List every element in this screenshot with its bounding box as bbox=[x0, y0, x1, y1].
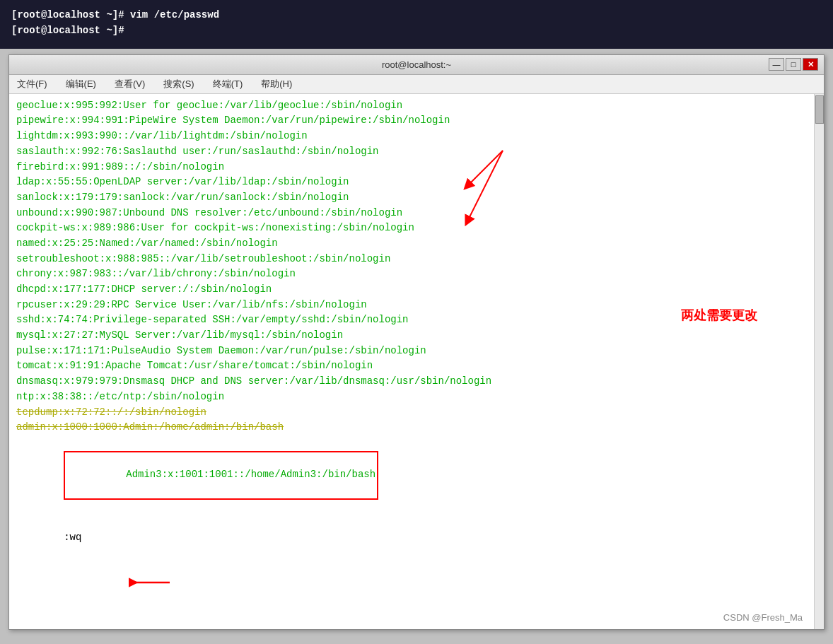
line-ldap: ldap:x:55:55:OpenLDAP server:/var/lib/ld… bbox=[16, 175, 807, 190]
titlebar: root@localhost:~ — □ ✕ bbox=[9, 55, 824, 75]
minimize-button[interactable]: — bbox=[769, 58, 784, 71]
terminal-body: geoclue:x:995:992:User for geoclue:/var/… bbox=[9, 94, 814, 629]
terminal-window: root@localhost:~ — □ ✕ 文件(F) 编辑(E) 查看(V)… bbox=[8, 54, 825, 630]
menu-help[interactable]: 帮助(H) bbox=[259, 77, 294, 91]
annotation-arrows bbox=[460, 108, 658, 250]
line-sanlock: sanlock:x:179:179:sanlock:/var/run/sanlo… bbox=[16, 190, 807, 206]
highlighted-line: Admin3:x:1001:1001::/home/Admin3:/bin/ba… bbox=[64, 451, 378, 500]
line-tcpdump: tcpdump:x:72:72::/:/sbin/nologin bbox=[16, 405, 807, 421]
line-admin3: Admin3:x:1001:1001::/home/Admin3:/bin/ba… bbox=[16, 435, 807, 515]
annotation-text: 两处需要更改 bbox=[681, 308, 757, 322]
line-admin: admin:x:1000:1000:Admin:/home/admin:/bin… bbox=[16, 420, 807, 435]
menu-view[interactable]: 查看(V) bbox=[112, 77, 147, 91]
watermark: CSDN @Fresh_Ma bbox=[723, 611, 803, 625]
svg-line-1 bbox=[467, 151, 503, 186]
line-firebird: firebird:x:991:989::/:/sbin/nologin bbox=[16, 160, 807, 175]
arrow-left-icon bbox=[129, 576, 171, 589]
top-command-line1: [root@localhost ~]# vim /etc/passwd bbox=[11, 7, 822, 23]
menu-terminal[interactable]: 终端(T) bbox=[211, 77, 245, 91]
menu-file[interactable]: 文件(F) bbox=[15, 77, 49, 91]
line-unbound: unbound:x:990:987:Unbound DNS resolver:/… bbox=[16, 206, 807, 221]
maximize-button[interactable]: □ bbox=[786, 58, 801, 71]
menubar: 文件(F) 编辑(E) 查看(V) 搜索(S) 终端(T) 帮助(H) bbox=[9, 75, 824, 94]
titlebar-buttons: — □ ✕ bbox=[769, 58, 818, 71]
terminal-body-container: geoclue:x:995:992:User for geoclue:/var/… bbox=[9, 94, 824, 629]
scrollbar[interactable] bbox=[814, 94, 824, 629]
line-dhcpd: dhcpd:x:177:177:DHCP server:/:/sbin/nolo… bbox=[16, 282, 807, 298]
scroll-thumb[interactable] bbox=[815, 95, 824, 124]
menu-edit[interactable]: 编辑(E) bbox=[64, 77, 98, 91]
line-setroubleshoot: setroubleshoot:x:988:985::/var/lib/setro… bbox=[16, 252, 807, 267]
line-pipewire: pipewire:x:994:991:PipeWire System Daemo… bbox=[16, 113, 807, 129]
line-named: named:x:25:25:Named:/var/named:/sbin/nol… bbox=[16, 236, 807, 252]
line-cockpit: cockpit-ws:x:989:986:User for cockpit-ws… bbox=[16, 221, 807, 236]
svg-line-2 bbox=[467, 151, 503, 221]
line-pulse: pulse:x:171:171:PulseAudio System Daemon… bbox=[16, 344, 807, 359]
menu-search[interactable]: 搜索(S) bbox=[161, 77, 196, 91]
titlebar-title: root@localhost:~ bbox=[64, 59, 769, 70]
line-lightdm: lightdm:x:993:990::/var/lib/lightdm:/sbi… bbox=[16, 129, 807, 144]
line-wq: :wq bbox=[16, 515, 807, 625]
line-chrony: chrony:x:987:983::/var/lib/chrony:/sbin/… bbox=[16, 267, 807, 282]
line-tomcat: tomcat:x:91:91:Apache Tomcat:/usr/share/… bbox=[16, 358, 807, 374]
annotation-container: 两处需要更改 bbox=[681, 306, 757, 326]
close-button[interactable]: ✕ bbox=[803, 58, 818, 71]
line-mysql: mysql:x:27:27:MySQL Server:/var/lib/mysq… bbox=[16, 328, 807, 344]
line-geoclue: geoclue:x:995:992:User for geoclue:/var/… bbox=[16, 98, 807, 114]
line-ntp: ntp:x:38:38::/etc/ntp:/sbin/nologin bbox=[16, 390, 807, 405]
line-dnsmasq: dnsmasq:x:979:979:Dnsmasq DHCP and DNS s… bbox=[16, 374, 807, 390]
top-command-line2: [root@localhost ~]# bbox=[11, 23, 822, 38]
line-saslauth: saslauth:x:992:76:Saslauthd user:/run/sa… bbox=[16, 144, 807, 160]
top-commands-area: [root@localhost ~]# vim /etc/passwd [roo… bbox=[0, 0, 833, 49]
